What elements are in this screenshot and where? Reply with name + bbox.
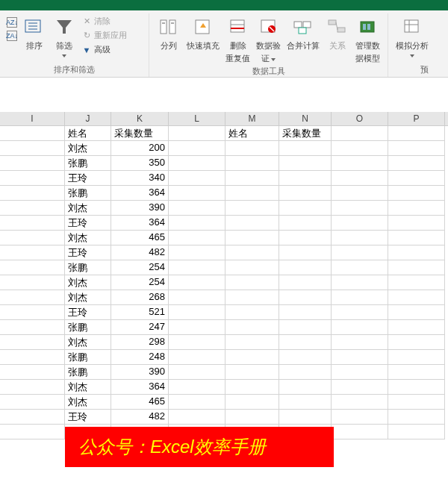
cell[interactable] [225,201,279,216]
cell[interactable] [279,141,332,156]
cell[interactable] [0,186,65,201]
consolidate-button[interactable]: 合并计算 [284,13,323,53]
cell[interactable]: 247 [111,320,169,335]
cell[interactable] [169,245,225,260]
column-header[interactable]: O [332,112,388,125]
cell[interactable] [225,305,279,320]
manage-data-model-button[interactable]: 管理数 据模型 [352,13,383,66]
cell[interactable] [0,365,65,380]
cell[interactable] [279,231,332,245]
cell[interactable]: 521 [111,305,169,320]
cell[interactable] [332,275,388,290]
cell[interactable] [279,380,332,395]
column-header[interactable]: J [65,112,111,125]
column-header[interactable]: N [279,112,332,125]
cell[interactable] [388,305,445,320]
cell[interactable] [0,201,65,216]
cell[interactable]: 王玲 [65,410,111,425]
cell[interactable] [169,141,225,156]
cell[interactable] [388,380,445,395]
cell[interactable] [225,350,279,365]
cell[interactable] [169,231,225,245]
cell[interactable]: 364 [111,216,169,231]
cell[interactable] [388,186,445,201]
cell[interactable]: 刘杰 [65,231,111,245]
cell[interactable] [332,395,388,410]
cell[interactable] [332,335,388,350]
cell[interactable] [388,126,445,141]
cell[interactable]: 采集数量 [279,126,332,141]
what-if-button[interactable]: 模拟分析 [393,13,432,59]
column-header[interactable]: M [225,112,279,125]
cell[interactable]: 刘杰 [65,395,111,410]
reapply-button[interactable]: ↻ 重新应用 [79,29,129,42]
cell[interactable] [279,290,332,305]
cell[interactable] [169,410,225,425]
cell[interactable]: 268 [111,290,169,305]
cell[interactable] [279,350,332,365]
cell[interactable] [0,290,65,305]
cell[interactable] [279,320,332,335]
cell[interactable] [225,216,279,231]
cell[interactable]: 刘杰 [65,141,111,156]
cell[interactable] [279,186,332,201]
cell[interactable] [332,305,388,320]
cell[interactable] [388,156,445,171]
cell[interactable] [0,216,65,231]
cell[interactable] [388,141,445,156]
cell[interactable] [388,410,445,425]
cell[interactable] [388,425,445,439]
filter-button[interactable]: 筛选 [49,13,79,59]
cell[interactable] [225,365,279,380]
cell[interactable]: 482 [111,245,169,260]
cell[interactable]: 465 [111,231,169,245]
cell[interactable] [225,171,279,186]
cell[interactable] [332,320,388,335]
cell[interactable] [169,380,225,395]
cell[interactable]: 王玲 [65,245,111,260]
cell[interactable] [0,260,65,275]
cell[interactable]: 张鹏 [65,156,111,171]
cell[interactable] [225,156,279,171]
cell[interactable] [388,201,445,216]
cell[interactable] [279,260,332,275]
cell[interactable] [225,335,279,350]
cell[interactable] [388,320,445,335]
cell[interactable]: 298 [111,335,169,350]
cell[interactable] [0,380,65,395]
cell[interactable] [225,141,279,156]
cell[interactable] [225,380,279,395]
cell[interactable] [388,171,445,186]
cell[interactable] [332,410,388,425]
cell[interactable] [332,171,388,186]
cell[interactable] [169,290,225,305]
spreadsheet-grid[interactable]: IJKLMNOP 姓名采集数量姓名采集数量刘杰200张鹏350王玲340张鹏36… [0,112,448,439]
cell[interactable]: 张鹏 [65,186,111,201]
cell[interactable]: 张鹏 [65,260,111,275]
cell[interactable] [388,216,445,231]
cell[interactable] [332,350,388,365]
cell[interactable] [169,305,225,320]
cell[interactable]: 254 [111,275,169,290]
cell[interactable] [225,395,279,410]
cell[interactable] [225,290,279,305]
cell[interactable]: 340 [111,171,169,186]
cell[interactable] [388,335,445,350]
cell[interactable] [169,260,225,275]
cell[interactable] [0,171,65,186]
cell[interactable]: 482 [111,410,169,425]
advanced-filter-button[interactable]: ▼ 高级 [79,43,129,56]
cell[interactable] [0,126,65,141]
cell[interactable] [225,320,279,335]
cell[interactable] [279,156,332,171]
cell[interactable] [225,275,279,290]
cell[interactable] [279,305,332,320]
cell[interactable] [169,275,225,290]
column-header[interactable]: L [169,112,225,125]
cell[interactable] [169,201,225,216]
cell[interactable] [279,365,332,380]
cell[interactable]: 采集数量 [111,126,169,141]
cell[interactable] [332,231,388,245]
cell[interactable]: 465 [111,395,169,410]
cell[interactable] [0,395,65,410]
